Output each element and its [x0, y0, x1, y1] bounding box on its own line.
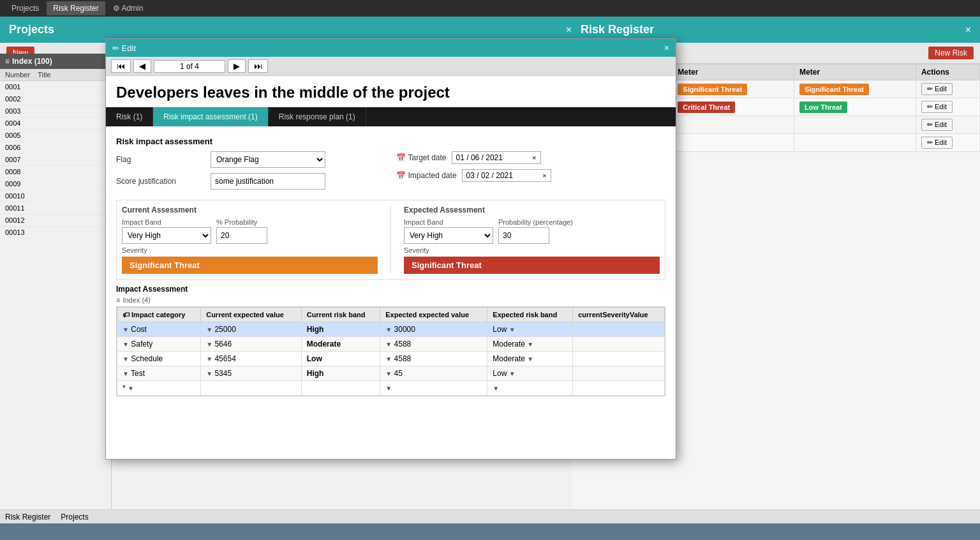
- list-header: ≡ Index (100): [0, 54, 111, 69]
- right-panel-close[interactable]: ×: [965, 24, 971, 36]
- target-date-row: 📅 Target date 01 / 06 / 2021 ×: [396, 151, 666, 164]
- nav-last-button[interactable]: ⏭: [248, 59, 268, 73]
- category-cell: ▼ Schedule: [117, 352, 201, 366]
- impact-table-row[interactable]: ▼ Cost ▼ 25000 High ▼ 30000: [117, 322, 665, 337]
- dropdown-arrow[interactable]: ▼: [385, 326, 392, 333]
- right-panel-title: Risk Register: [581, 23, 654, 36]
- current-val-cell: ▼ 25000: [201, 322, 302, 337]
- sort-icon: 🏷: [122, 311, 131, 319]
- severity-val-cell: [573, 366, 665, 381]
- list-item[interactable]: 0008: [0, 166, 111, 178]
- nav-projects[interactable]: Projects: [5, 1, 45, 15]
- modal-main-title: Developers leaves in the middle of the p…: [106, 76, 676, 107]
- col-expected-val: Expected expected value: [380, 308, 487, 322]
- nav-prev-button[interactable]: ◀: [133, 59, 151, 73]
- nav-first-button[interactable]: ⏮: [111, 59, 131, 73]
- dropdown-arrow[interactable]: ▼: [385, 341, 392, 348]
- dropdown-arrow[interactable]: ▼: [206, 356, 212, 363]
- expected-impact-band-select[interactable]: Very High: [404, 227, 493, 244]
- col-actions: Actions: [916, 64, 979, 80]
- edit-button-row0[interactable]: ✏ Edit: [921, 83, 953, 95]
- dropdown-arrow[interactable]: ▼: [527, 341, 533, 348]
- modal-tabs: Risk (1) Risk impact assessment (1) Risk…: [106, 107, 676, 126]
- nav-admin[interactable]: ⚙ Admin: [107, 1, 150, 15]
- edit-button-row1[interactable]: ✏ Edit: [921, 101, 953, 113]
- impact-table-row[interactable]: ▼ Schedule ▼ 45654 Low ▼ 4588: [117, 352, 665, 366]
- current-band-cell: Moderate: [301, 337, 380, 352]
- score-justification-input[interactable]: [211, 173, 325, 190]
- dropdown-arrow[interactable]: ▼: [122, 356, 129, 363]
- dropdown-arrow[interactable]: ▼: [122, 341, 129, 348]
- modal-close-button[interactable]: ×: [664, 43, 669, 53]
- expected-val-cell: ▼ 30000: [380, 322, 487, 337]
- list-item[interactable]: 0006: [0, 142, 111, 154]
- nav-risk-register[interactable]: Risk Register: [47, 1, 105, 15]
- list-item[interactable]: 00010: [0, 190, 111, 202]
- dropdown-arrow[interactable]: ▼: [509, 370, 516, 377]
- list-item[interactable]: 0002: [0, 93, 111, 105]
- badge-critical-threat: Critical Threat: [678, 101, 735, 113]
- dropdown-arrow[interactable]: ▼: [122, 326, 129, 333]
- list-item[interactable]: 00012: [0, 214, 111, 227]
- tab-risk[interactable]: Risk (1): [106, 107, 153, 126]
- current-assessment: Current Assessment Impact Band Very High…: [122, 206, 385, 274]
- dropdown-arrow[interactable]: ▼: [509, 326, 516, 333]
- impact-table: 🏷 Impact category Current expected value…: [117, 307, 665, 396]
- tab-risk-impact-assessment[interactable]: Risk impact assessment (1): [153, 107, 268, 126]
- clear-icon-2[interactable]: ×: [542, 172, 546, 179]
- dropdown-arrow[interactable]: ▼: [493, 385, 499, 392]
- current-impact-band-select[interactable]: Very High: [122, 227, 211, 244]
- list-icon: ≡: [5, 57, 10, 66]
- dropdown-arrow[interactable]: ▼: [206, 326, 212, 333]
- dropdown-arrow[interactable]: ▼: [206, 370, 212, 377]
- score-justification-label: Score justification: [116, 177, 205, 186]
- list-item[interactable]: 0007: [0, 154, 111, 166]
- modal-nav: ⏮ ◀ 1 of 4 ▶ ⏭: [106, 57, 676, 76]
- target-date-label: 📅 Target date: [396, 153, 447, 162]
- expected-val-cell: ▼ 45: [380, 366, 487, 381]
- list-item[interactable]: 0001: [0, 81, 111, 93]
- expected-band-cell: Moderate ▼: [487, 337, 573, 352]
- modal-titlebar: ✏ Edit ×: [106, 39, 676, 57]
- impact-assessment-title: Impact Assessment: [116, 285, 665, 294]
- current-impact-band-group: Impact Band Very High: [122, 218, 211, 244]
- current-val-cell: ▼ 45654: [201, 352, 302, 366]
- dropdown-arrow[interactable]: ▼: [128, 385, 134, 392]
- badge-significant-threat-2: Significant Threat: [799, 84, 869, 95]
- dropdown-arrow[interactable]: ▼: [385, 370, 392, 377]
- expected-impact-band-group: Impact Band Very High: [404, 218, 493, 244]
- list-item[interactable]: 0004: [0, 117, 111, 130]
- impacted-date-value[interactable]: 03 / 02 / 2021 ×: [462, 169, 551, 182]
- modal-body: Risk impact assessment Flag Orange Flag …: [106, 126, 676, 404]
- bottom-risk-register[interactable]: Risk Register: [5, 513, 50, 521]
- list-item[interactable]: 0009: [0, 178, 111, 190]
- impact-table-row[interactable]: ▼ Test ▼ 5345 High ▼ 45: [117, 366, 665, 381]
- clear-icon[interactable]: ×: [532, 154, 536, 161]
- bottom-bar: Risk Register Projects: [0, 509, 980, 523]
- expected-assessment-title: Expected Assessment: [404, 206, 660, 214]
- dropdown-arrow[interactable]: ▼: [385, 356, 392, 363]
- current-probability-input[interactable]: [216, 227, 267, 244]
- edit-button-row3[interactable]: ✏ Edit: [921, 137, 953, 149]
- expected-probability-input[interactable]: [498, 227, 549, 244]
- edit-button-row2[interactable]: ✏ Edit: [921, 119, 953, 131]
- dropdown-arrow[interactable]: ▼: [385, 385, 392, 392]
- list-item[interactable]: 00011: [0, 202, 111, 214]
- projects-window-close[interactable]: ×: [566, 24, 572, 36]
- flag-dates-row: Flag Orange Flag Score justification 📅 T…: [116, 151, 665, 195]
- tab-risk-response-plan[interactable]: Risk response plan (1): [269, 107, 366, 126]
- bottom-projects[interactable]: Projects: [61, 513, 88, 521]
- list-item[interactable]: 0005: [0, 130, 111, 142]
- impact-table-header: 🏷 Impact category Current expected value…: [117, 308, 665, 322]
- expected-band-prob-row: Impact Band Very High Probability (perce…: [404, 218, 660, 244]
- flag-select[interactable]: Orange Flag: [211, 151, 325, 168]
- dropdown-arrow[interactable]: ▼: [206, 341, 212, 348]
- dropdown-arrow[interactable]: ▼: [122, 370, 129, 377]
- new-risk-button[interactable]: New Risk: [928, 47, 974, 59]
- list-item[interactable]: 0003: [0, 105, 111, 117]
- nav-next-button[interactable]: ▶: [228, 59, 246, 73]
- list-item[interactable]: 00013: [0, 227, 111, 239]
- target-date-value[interactable]: 01 / 06 / 2021 ×: [452, 151, 541, 164]
- impact-table-row[interactable]: ▼ Safety ▼ 5646 Moderate ▼ 4588: [117, 337, 665, 352]
- dropdown-arrow[interactable]: ▼: [527, 356, 533, 363]
